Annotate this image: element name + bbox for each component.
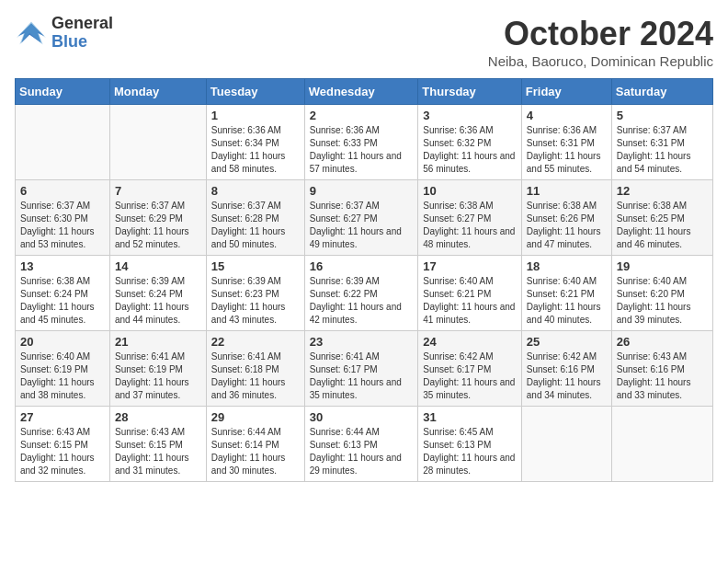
day-info: Sunrise: 6:44 AM Sunset: 6:14 PM Dayligh… [211,426,300,477]
day-number: 13 [20,259,105,273]
calendar-table: SundayMondayTuesdayWednesdayThursdayFrid… [15,78,713,482]
calendar-cell: 10Sunrise: 6:38 AM Sunset: 6:27 PM Dayli… [418,180,522,256]
day-number: 6 [20,184,105,198]
calendar-cell: 19Sunrise: 6:40 AM Sunset: 6:20 PM Dayli… [611,256,712,331]
calendar-cell: 16Sunrise: 6:39 AM Sunset: 6:22 PM Dayli… [304,256,418,331]
day-number: 26 [617,335,708,349]
calendar-cell: 14Sunrise: 6:39 AM Sunset: 6:24 PM Dayli… [110,256,207,331]
day-number: 15 [211,259,300,273]
calendar-cell: 22Sunrise: 6:41 AM Sunset: 6:18 PM Dayli… [206,331,304,407]
day-number: 3 [423,109,517,122]
calendar-cell: 20Sunrise: 6:40 AM Sunset: 6:19 PM Dayli… [16,331,110,407]
calendar-cell: 29Sunrise: 6:44 AM Sunset: 6:14 PM Dayli… [206,407,304,482]
col-header-friday: Friday [521,79,611,105]
day-number: 14 [115,259,201,273]
day-info: Sunrise: 6:39 AM Sunset: 6:23 PM Dayligh… [211,275,300,327]
day-number: 28 [115,410,201,424]
day-info: Sunrise: 6:42 AM Sunset: 6:17 PM Dayligh… [423,350,517,402]
day-info: Sunrise: 6:37 AM Sunset: 6:31 PM Dayligh… [617,124,708,176]
month-title: October 2024 [488,15,713,53]
day-number: 5 [617,109,708,122]
calendar-cell: 13Sunrise: 6:38 AM Sunset: 6:24 PM Dayli… [16,256,110,331]
calendar-cell: 27Sunrise: 6:43 AM Sunset: 6:15 PM Dayli… [16,407,110,482]
day-info: Sunrise: 6:38 AM Sunset: 6:24 PM Dayligh… [20,275,105,327]
calendar-cell: 17Sunrise: 6:40 AM Sunset: 6:21 PM Dayli… [418,256,522,331]
calendar-cell [16,105,110,180]
logo-text-line2: Blue [51,33,113,52]
day-info: Sunrise: 6:38 AM Sunset: 6:26 PM Dayligh… [527,200,607,251]
day-info: Sunrise: 6:42 AM Sunset: 6:16 PM Dayligh… [527,350,607,402]
calendar-cell [110,105,207,180]
col-header-thursday: Thursday [418,79,522,105]
col-header-sunday: Sunday [16,79,110,105]
day-info: Sunrise: 6:43 AM Sunset: 6:15 PM Dayligh… [20,426,105,477]
col-header-tuesday: Tuesday [206,79,304,105]
col-header-wednesday: Wednesday [304,79,418,105]
day-info: Sunrise: 6:40 AM Sunset: 6:21 PM Dayligh… [423,275,517,327]
day-info: Sunrise: 6:36 AM Sunset: 6:32 PM Dayligh… [423,124,517,176]
calendar-cell: 15Sunrise: 6:39 AM Sunset: 6:23 PM Dayli… [206,256,304,331]
logo-text-line1: General [51,15,113,33]
day-info: Sunrise: 6:40 AM Sunset: 6:21 PM Dayligh… [527,275,607,327]
calendar-week-row: 6Sunrise: 6:37 AM Sunset: 6:30 PM Daylig… [16,180,713,256]
calendar-cell: 21Sunrise: 6:41 AM Sunset: 6:19 PM Dayli… [110,331,207,407]
day-info: Sunrise: 6:37 AM Sunset: 6:27 PM Dayligh… [310,200,414,251]
day-info: Sunrise: 6:37 AM Sunset: 6:29 PM Dayligh… [115,200,201,251]
day-number: 9 [310,184,414,198]
day-info: Sunrise: 6:44 AM Sunset: 6:13 PM Dayligh… [310,426,414,477]
calendar-cell: 5Sunrise: 6:37 AM Sunset: 6:31 PM Daylig… [611,105,712,180]
calendar-week-row: 1Sunrise: 6:36 AM Sunset: 6:34 PM Daylig… [16,105,713,180]
calendar-cell: 25Sunrise: 6:42 AM Sunset: 6:16 PM Dayli… [521,331,611,407]
calendar-cell [521,407,611,482]
calendar-cell: 24Sunrise: 6:42 AM Sunset: 6:17 PM Dayli… [418,331,522,407]
day-number: 20 [20,335,105,349]
calendar-week-row: 20Sunrise: 6:40 AM Sunset: 6:19 PM Dayli… [16,331,713,407]
day-number: 25 [527,335,607,349]
day-info: Sunrise: 6:43 AM Sunset: 6:16 PM Dayligh… [617,350,708,402]
calendar-week-row: 27Sunrise: 6:43 AM Sunset: 6:15 PM Dayli… [16,407,713,482]
day-info: Sunrise: 6:39 AM Sunset: 6:24 PM Dayligh… [115,275,201,327]
day-number: 30 [310,410,414,424]
day-info: Sunrise: 6:43 AM Sunset: 6:15 PM Dayligh… [115,426,201,477]
day-number: 1 [211,109,300,122]
day-number: 18 [527,259,607,273]
day-info: Sunrise: 6:41 AM Sunset: 6:17 PM Dayligh… [310,350,414,402]
calendar-cell: 2Sunrise: 6:36 AM Sunset: 6:33 PM Daylig… [304,105,418,180]
logo: General Blue [15,15,113,52]
calendar-cell: 3Sunrise: 6:36 AM Sunset: 6:32 PM Daylig… [418,105,522,180]
day-info: Sunrise: 6:37 AM Sunset: 6:30 PM Dayligh… [20,200,105,251]
svg-marker-1 [17,21,46,44]
calendar-cell: 6Sunrise: 6:37 AM Sunset: 6:30 PM Daylig… [16,180,110,256]
day-number: 4 [527,109,607,122]
day-info: Sunrise: 6:41 AM Sunset: 6:18 PM Dayligh… [211,350,300,402]
day-number: 8 [211,184,300,198]
day-info: Sunrise: 6:41 AM Sunset: 6:19 PM Dayligh… [115,350,201,402]
day-number: 23 [310,335,414,349]
day-number: 31 [423,410,517,424]
day-info: Sunrise: 6:37 AM Sunset: 6:28 PM Dayligh… [211,200,300,251]
day-number: 12 [617,184,708,198]
calendar-cell [611,407,712,482]
col-header-monday: Monday [110,79,207,105]
calendar-week-row: 13Sunrise: 6:38 AM Sunset: 6:24 PM Dayli… [16,256,713,331]
day-info: Sunrise: 6:38 AM Sunset: 6:25 PM Dayligh… [617,200,708,251]
col-header-saturday: Saturday [611,79,712,105]
calendar-cell: 7Sunrise: 6:37 AM Sunset: 6:29 PM Daylig… [110,180,207,256]
day-number: 11 [527,184,607,198]
day-number: 7 [115,184,201,198]
calendar-header-row: SundayMondayTuesdayWednesdayThursdayFrid… [16,79,713,105]
calendar-cell: 31Sunrise: 6:45 AM Sunset: 6:13 PM Dayli… [418,407,522,482]
day-number: 2 [310,109,414,122]
day-info: Sunrise: 6:36 AM Sunset: 6:33 PM Dayligh… [310,124,414,176]
day-info: Sunrise: 6:40 AM Sunset: 6:19 PM Dayligh… [20,350,105,402]
title-block: October 2024 Neiba, Baoruco, Dominican R… [488,15,713,69]
calendar-cell: 4Sunrise: 6:36 AM Sunset: 6:31 PM Daylig… [521,105,611,180]
calendar-cell: 26Sunrise: 6:43 AM Sunset: 6:16 PM Dayli… [611,331,712,407]
day-number: 10 [423,184,517,198]
calendar-cell: 28Sunrise: 6:43 AM Sunset: 6:15 PM Dayli… [110,407,207,482]
calendar-cell: 30Sunrise: 6:44 AM Sunset: 6:13 PM Dayli… [304,407,418,482]
day-number: 24 [423,335,517,349]
day-number: 22 [211,335,300,349]
day-info: Sunrise: 6:36 AM Sunset: 6:31 PM Dayligh… [527,124,607,176]
calendar-cell: 12Sunrise: 6:38 AM Sunset: 6:25 PM Dayli… [611,180,712,256]
